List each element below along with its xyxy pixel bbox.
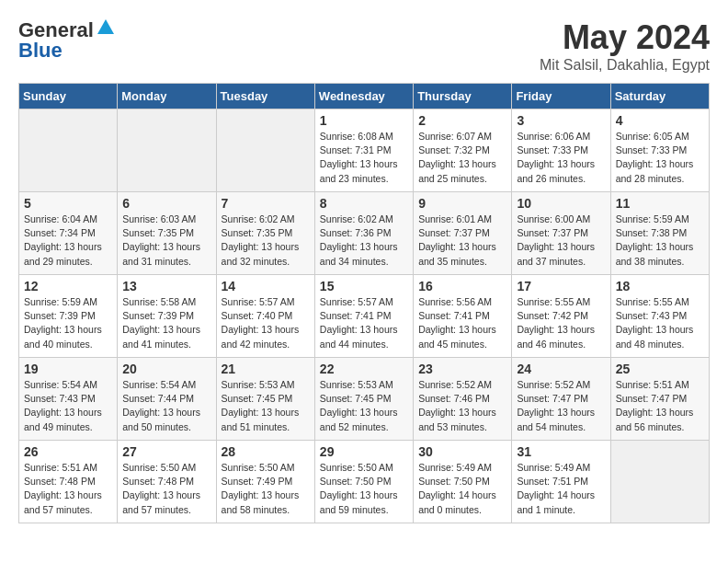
calendar-header-row: SundayMondayTuesdayWednesdayThursdayFrid… — [19, 84, 710, 109]
day-number: 30 — [418, 444, 506, 459]
day-number: 17 — [517, 279, 605, 293]
day-number: 18 — [616, 279, 704, 293]
day-number: 11 — [616, 196, 704, 211]
column-header-saturday: Saturday — [610, 84, 709, 109]
day-info: Sunrise: 6:02 AM Sunset: 7:36 PM Dayligh… — [320, 213, 408, 269]
calendar-cell: 15Sunrise: 5:57 AM Sunset: 7:41 PM Dayli… — [314, 275, 413, 358]
day-number: 25 — [616, 362, 704, 376]
calendar-cell: 13Sunrise: 5:58 AM Sunset: 7:39 PM Dayli… — [118, 275, 216, 358]
calendar-cell: 24Sunrise: 5:52 AM Sunset: 7:47 PM Dayli… — [512, 358, 610, 441]
day-info: Sunrise: 5:50 AM Sunset: 7:49 PM Dayligh… — [222, 461, 310, 517]
calendar-table: SundayMondayTuesdayWednesdayThursdayFrid… — [18, 83, 710, 523]
day-number: 21 — [222, 362, 310, 376]
column-header-wednesday: Wednesday — [314, 84, 413, 109]
calendar-cell: 9Sunrise: 6:01 AM Sunset: 7:37 PM Daylig… — [414, 192, 512, 275]
calendar-week-row: 1Sunrise: 6:08 AM Sunset: 7:31 PM Daylig… — [19, 109, 710, 192]
calendar-week-row: 12Sunrise: 5:59 AM Sunset: 7:39 PM Dayli… — [19, 275, 710, 358]
calendar-cell: 29Sunrise: 5:50 AM Sunset: 7:50 PM Dayli… — [314, 441, 413, 523]
calendar-cell: 2Sunrise: 6:07 AM Sunset: 7:32 PM Daylig… — [414, 109, 512, 192]
calendar-week-row: 19Sunrise: 5:54 AM Sunset: 7:43 PM Dayli… — [19, 358, 710, 441]
calendar-week-row: 5Sunrise: 6:04 AM Sunset: 7:34 PM Daylig… — [19, 192, 710, 275]
page-header: General Blue May 2024 Mit Salsil, Dakahl… — [18, 18, 710, 74]
day-number: 3 — [517, 113, 605, 128]
calendar-cell: 3Sunrise: 6:06 AM Sunset: 7:33 PM Daylig… — [512, 109, 610, 192]
calendar-cell: 28Sunrise: 5:50 AM Sunset: 7:49 PM Dayli… — [216, 441, 314, 523]
calendar-cell: 4Sunrise: 6:05 AM Sunset: 7:33 PM Daylig… — [610, 109, 709, 192]
calendar-cell: 7Sunrise: 6:02 AM Sunset: 7:35 PM Daylig… — [216, 192, 314, 275]
day-info: Sunrise: 5:51 AM Sunset: 7:47 PM Dayligh… — [616, 378, 704, 434]
calendar-cell — [610, 441, 709, 523]
calendar-cell: 26Sunrise: 5:51 AM Sunset: 7:48 PM Dayli… — [19, 441, 118, 523]
calendar-cell: 16Sunrise: 5:56 AM Sunset: 7:41 PM Dayli… — [414, 275, 512, 358]
calendar-cell — [216, 109, 314, 192]
logo: General Blue — [18, 18, 116, 63]
day-number: 19 — [24, 362, 112, 376]
day-info: Sunrise: 6:00 AM Sunset: 7:37 PM Dayligh… — [517, 213, 605, 269]
day-number: 24 — [517, 362, 605, 376]
calendar-cell: 30Sunrise: 5:49 AM Sunset: 7:50 PM Dayli… — [414, 441, 512, 523]
day-number: 26 — [24, 444, 112, 459]
title-section: May 2024 Mit Salsil, Dakahlia, Egypt — [540, 18, 710, 74]
day-info: Sunrise: 5:57 AM Sunset: 7:41 PM Dayligh… — [320, 295, 408, 351]
calendar-cell: 17Sunrise: 5:55 AM Sunset: 7:42 PM Dayli… — [512, 275, 610, 358]
calendar-cell: 18Sunrise: 5:55 AM Sunset: 7:43 PM Dayli… — [610, 275, 709, 358]
calendar-cell: 25Sunrise: 5:51 AM Sunset: 7:47 PM Dayli… — [610, 358, 709, 441]
day-info: Sunrise: 5:50 AM Sunset: 7:48 PM Dayligh… — [122, 461, 210, 517]
calendar-cell: 12Sunrise: 5:59 AM Sunset: 7:39 PM Dayli… — [19, 275, 118, 358]
day-info: Sunrise: 6:02 AM Sunset: 7:35 PM Dayligh… — [222, 213, 310, 269]
day-info: Sunrise: 5:53 AM Sunset: 7:45 PM Dayligh… — [320, 378, 408, 434]
day-info: Sunrise: 5:50 AM Sunset: 7:50 PM Dayligh… — [320, 461, 408, 517]
day-info: Sunrise: 6:06 AM Sunset: 7:33 PM Dayligh… — [517, 130, 605, 186]
day-info: Sunrise: 6:03 AM Sunset: 7:35 PM Dayligh… — [122, 213, 210, 269]
day-info: Sunrise: 5:58 AM Sunset: 7:39 PM Dayligh… — [122, 295, 210, 351]
day-number: 9 — [418, 196, 506, 211]
day-info: Sunrise: 5:55 AM Sunset: 7:43 PM Dayligh… — [616, 295, 704, 351]
calendar-cell: 23Sunrise: 5:52 AM Sunset: 7:46 PM Dayli… — [414, 358, 512, 441]
day-number: 4 — [616, 113, 704, 128]
calendar-cell — [19, 109, 118, 192]
day-info: Sunrise: 5:59 AM Sunset: 7:38 PM Dayligh… — [616, 213, 704, 269]
day-info: Sunrise: 6:05 AM Sunset: 7:33 PM Dayligh… — [616, 130, 704, 186]
day-number: 8 — [320, 196, 408, 211]
location: Mit Salsil, Dakahlia, Egypt — [540, 57, 710, 74]
calendar-cell: 5Sunrise: 6:04 AM Sunset: 7:34 PM Daylig… — [19, 192, 118, 275]
calendar-cell: 14Sunrise: 5:57 AM Sunset: 7:40 PM Dayli… — [216, 275, 314, 358]
day-number: 22 — [320, 362, 408, 376]
day-info: Sunrise: 6:07 AM Sunset: 7:32 PM Dayligh… — [418, 130, 506, 186]
day-number: 10 — [517, 196, 605, 211]
day-number: 20 — [122, 362, 210, 376]
calendar-cell: 27Sunrise: 5:50 AM Sunset: 7:48 PM Dayli… — [118, 441, 216, 523]
day-number: 12 — [24, 279, 112, 293]
day-info: Sunrise: 5:55 AM Sunset: 7:42 PM Dayligh… — [517, 295, 605, 351]
day-number: 13 — [122, 279, 210, 293]
calendar-cell: 10Sunrise: 6:00 AM Sunset: 7:37 PM Dayli… — [512, 192, 610, 275]
month-title: May 2024 — [540, 18, 710, 57]
calendar-cell: 11Sunrise: 5:59 AM Sunset: 7:38 PM Dayli… — [610, 192, 709, 275]
calendar-cell: 1Sunrise: 6:08 AM Sunset: 7:31 PM Daylig… — [314, 109, 413, 192]
day-number: 1 — [320, 113, 408, 128]
day-number: 28 — [222, 444, 310, 459]
day-number: 6 — [122, 196, 210, 211]
day-number: 15 — [320, 279, 408, 293]
day-number: 23 — [418, 362, 506, 376]
day-info: Sunrise: 5:53 AM Sunset: 7:45 PM Dayligh… — [222, 378, 310, 434]
calendar-cell: 8Sunrise: 6:02 AM Sunset: 7:36 PM Daylig… — [314, 192, 413, 275]
calendar-week-row: 26Sunrise: 5:51 AM Sunset: 7:48 PM Dayli… — [19, 441, 710, 523]
calendar-body: 1Sunrise: 6:08 AM Sunset: 7:31 PM Daylig… — [19, 109, 710, 523]
day-info: Sunrise: 5:54 AM Sunset: 7:44 PM Dayligh… — [122, 378, 210, 434]
column-header-monday: Monday — [118, 84, 216, 109]
column-header-tuesday: Tuesday — [216, 84, 314, 109]
column-header-sunday: Sunday — [19, 84, 118, 109]
day-info: Sunrise: 5:56 AM Sunset: 7:41 PM Dayligh… — [418, 295, 506, 351]
calendar-cell: 21Sunrise: 5:53 AM Sunset: 7:45 PM Dayli… — [216, 358, 314, 441]
day-number: 31 — [517, 444, 605, 459]
day-info: Sunrise: 6:01 AM Sunset: 7:37 PM Dayligh… — [418, 213, 506, 269]
calendar-cell: 20Sunrise: 5:54 AM Sunset: 7:44 PM Dayli… — [118, 358, 216, 441]
calendar-cell — [118, 109, 216, 192]
day-number: 7 — [222, 196, 310, 211]
day-info: Sunrise: 5:49 AM Sunset: 7:51 PM Dayligh… — [517, 461, 605, 517]
day-info: Sunrise: 6:08 AM Sunset: 7:31 PM Dayligh… — [320, 130, 408, 186]
calendar-cell: 31Sunrise: 5:49 AM Sunset: 7:51 PM Dayli… — [512, 441, 610, 523]
day-number: 2 — [418, 113, 506, 128]
day-info: Sunrise: 5:59 AM Sunset: 7:39 PM Dayligh… — [24, 295, 112, 351]
